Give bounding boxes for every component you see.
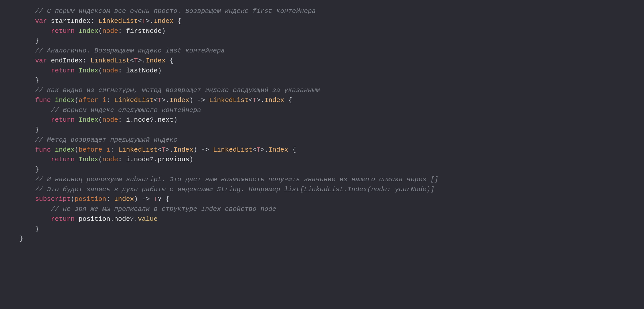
comment: // Вернем индекс следующего контейнера	[51, 107, 201, 114]
angle-close: >	[162, 97, 165, 104]
dot: .	[110, 215, 114, 223]
identifier: firstNode	[126, 27, 162, 35]
call: Index	[79, 67, 99, 74]
angle-open: <	[154, 97, 157, 104]
paren-close: )	[158, 67, 162, 74]
brace-close: }	[35, 166, 39, 173]
colon: :	[118, 27, 122, 35]
generic: T	[158, 97, 162, 104]
dot: .	[165, 97, 169, 104]
identifier: lastNode	[126, 67, 157, 74]
dot: .	[154, 156, 157, 163]
brace-close: }	[35, 126, 39, 134]
arg-label: before	[79, 146, 103, 154]
property-name: endIndex	[51, 57, 82, 64]
optional: ?	[130, 215, 134, 223]
code-block: // С перым индексом все очень просто. Во…	[0, 0, 644, 250]
brace-close: }	[35, 77, 39, 84]
type: Index	[146, 57, 166, 64]
member: next	[158, 116, 174, 124]
colon: :	[118, 67, 122, 74]
type: LinkedList	[118, 146, 158, 154]
angle-close: >	[146, 17, 150, 25]
dot: .	[142, 57, 146, 64]
arrow: ->	[142, 195, 150, 203]
func-name: index	[55, 97, 75, 104]
dot: .	[150, 17, 154, 25]
angle-open: <	[249, 97, 253, 104]
angle-open: <	[253, 146, 256, 154]
call: Index	[79, 116, 99, 124]
keyword-var: var	[35, 57, 47, 64]
comment: // Метод возвращет предыдущий индекс	[35, 136, 177, 144]
colon: :	[83, 57, 86, 64]
angle-close: >	[138, 57, 142, 64]
keyword-func: func	[35, 146, 51, 154]
generic: T	[154, 195, 157, 203]
brace-open: {	[170, 57, 174, 64]
arg-label: node	[102, 156, 118, 163]
generic: T	[256, 146, 260, 154]
colon: :	[106, 97, 110, 104]
colon: :	[110, 146, 114, 154]
param-name: i	[106, 146, 110, 154]
paren-close: )	[134, 195, 138, 203]
keyword-return: return	[51, 156, 75, 163]
arrow: ->	[201, 146, 209, 154]
type: LinkedList	[90, 57, 130, 64]
colon: :	[106, 195, 110, 203]
member: node	[134, 156, 150, 163]
optional: ?	[158, 195, 162, 203]
paren-open: (	[75, 146, 78, 154]
generic: T	[142, 17, 146, 25]
type: LinkedList	[213, 146, 253, 154]
angle-open: <	[138, 17, 142, 25]
paren-close: )	[189, 97, 193, 104]
brace-close: }	[19, 235, 23, 242]
func-name: index	[55, 146, 75, 154]
angle-open: <	[158, 146, 162, 154]
dot: .	[130, 116, 134, 124]
type: Index	[268, 146, 288, 154]
paren-close: )	[193, 146, 197, 154]
brace-close: }	[35, 225, 39, 233]
dot: .	[134, 215, 138, 223]
colon: :	[118, 156, 122, 163]
arrow: ->	[197, 97, 205, 104]
keyword-func: func	[35, 97, 51, 104]
dot: .	[264, 146, 268, 154]
arg-label: node	[102, 116, 118, 124]
comment: // Аналогично. Возвращаем индекс last ко…	[35, 47, 225, 54]
keyword-var: var	[35, 17, 47, 25]
type: LinkedList	[209, 97, 249, 104]
type: Index	[264, 97, 284, 104]
brace-open: {	[165, 195, 169, 203]
arg-label: node	[102, 27, 118, 35]
keyword-return: return	[51, 215, 75, 223]
type: Index	[154, 17, 174, 25]
keyword-return: return	[51, 67, 75, 74]
generic: T	[134, 57, 138, 64]
type: Index	[170, 97, 190, 104]
paren-open: (	[98, 116, 102, 124]
dot: .	[154, 116, 157, 124]
type: Index	[174, 146, 193, 154]
paren-open: (	[75, 97, 78, 104]
dot: .	[261, 97, 264, 104]
comment: // И наконец реализуем subscript. Это да…	[35, 176, 438, 183]
angle-close: >	[261, 146, 264, 154]
identifier: position	[79, 215, 110, 223]
keyword-return: return	[51, 27, 75, 35]
generic: T	[253, 97, 256, 104]
generic: T	[162, 146, 165, 154]
optional: ?	[150, 156, 154, 163]
paren-open: (	[98, 156, 102, 163]
comment: // Это будет запись в духе работы с инде…	[35, 186, 434, 193]
paren-open: (	[98, 67, 102, 74]
param-name: position	[75, 195, 106, 203]
type: LinkedList	[98, 17, 138, 25]
brace-open: {	[177, 17, 181, 25]
identifier: i	[126, 156, 130, 163]
paren-open: (	[98, 27, 102, 35]
brace-open: {	[288, 97, 292, 104]
